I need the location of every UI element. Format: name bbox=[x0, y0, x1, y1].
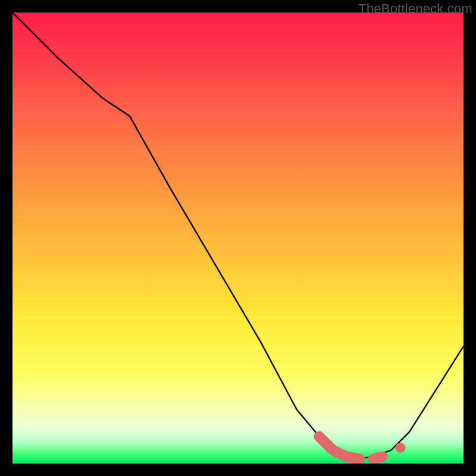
highlight-dot-icon bbox=[395, 443, 405, 453]
watermark-text: TheBottleneck.com bbox=[358, 1, 472, 17]
highlight-markers bbox=[319, 437, 405, 459]
bottleneck-curve bbox=[12, 12, 464, 459]
bottleneck-chart bbox=[12, 12, 464, 464]
plot-frame bbox=[12, 12, 464, 464]
